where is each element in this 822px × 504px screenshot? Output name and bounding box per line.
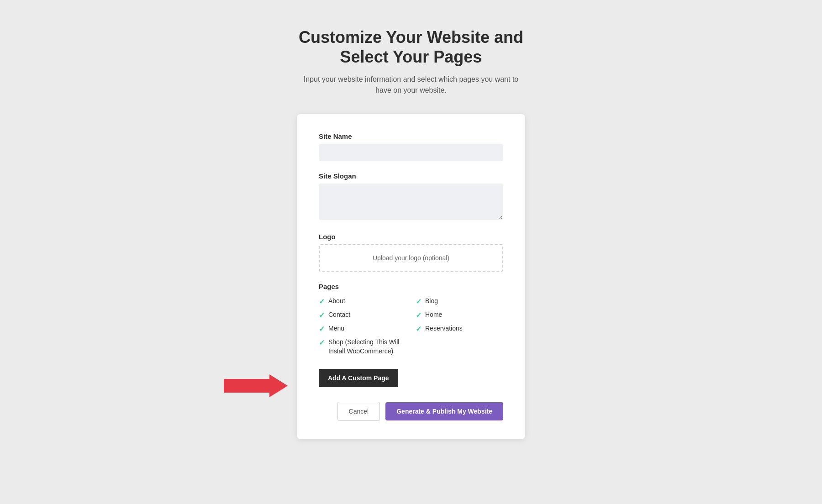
pages-section: Pages ✓ About ✓ Blog ✓ Contact ✓ Home ✓: [319, 283, 503, 356]
check-icon-menu: ✓: [319, 325, 325, 333]
site-slogan-label: Site Slogan: [319, 172, 503, 180]
logo-upload-area[interactable]: Upload your logo (optional): [319, 244, 503, 272]
publish-button[interactable]: Generate & Publish My Website: [385, 402, 503, 420]
cancel-button[interactable]: Cancel: [337, 402, 380, 421]
page-label-about: About: [328, 297, 345, 306]
page-label-contact: Contact: [328, 310, 350, 320]
pages-label: Pages: [319, 283, 503, 290]
page-item-shop[interactable]: ✓ Shop (Selecting This Will Install WooC…: [319, 338, 406, 356]
page-item-reservations[interactable]: ✓ Reservations: [416, 324, 503, 333]
logo-field-group: Logo Upload your logo (optional): [319, 233, 503, 272]
page-header: Customize Your Website and Select Your P…: [299, 27, 523, 96]
page-label-blog: Blog: [425, 297, 438, 306]
site-slogan-field-group: Site Slogan: [319, 172, 503, 222]
page-item-menu[interactable]: ✓ Menu: [319, 324, 406, 333]
check-icon-about: ✓: [319, 297, 325, 306]
site-name-label: Site Name: [319, 132, 503, 140]
check-icon-home: ✓: [416, 311, 422, 320]
page-label-reservations: Reservations: [425, 324, 463, 333]
form-actions: Cancel Generate & Publish My Website: [319, 402, 503, 421]
svg-marker-0: [224, 374, 288, 397]
site-slogan-input[interactable]: [319, 184, 503, 220]
check-icon-reservations: ✓: [416, 325, 422, 333]
add-custom-page-button[interactable]: Add A Custom Page: [319, 369, 398, 387]
page-label-shop: Shop (Selecting This Will Install WooCom…: [328, 338, 406, 356]
check-icon-contact: ✓: [319, 311, 325, 320]
page-item-about[interactable]: ✓ About: [319, 297, 406, 306]
page-title: Customize Your Website and Select Your P…: [299, 27, 523, 67]
site-name-field-group: Site Name: [319, 132, 503, 161]
site-name-input[interactable]: [319, 144, 503, 161]
check-icon-blog: ✓: [416, 297, 422, 306]
page-subtitle: Input your website information and selec…: [301, 74, 521, 96]
form-card: Site Name Site Slogan Logo Upload your l…: [297, 114, 525, 439]
pages-grid: ✓ About ✓ Blog ✓ Contact ✓ Home ✓ Menu: [319, 297, 503, 356]
arrow-annotation: [224, 374, 288, 399]
logo-upload-text: Upload your logo (optional): [373, 254, 449, 262]
page-label-home: Home: [425, 310, 442, 320]
logo-label: Logo: [319, 233, 503, 241]
page-item-home[interactable]: ✓ Home: [416, 310, 503, 320]
page-label-menu: Menu: [328, 324, 344, 333]
page-item-blog[interactable]: ✓ Blog: [416, 297, 503, 306]
check-icon-shop: ✓: [319, 338, 325, 347]
page-item-contact[interactable]: ✓ Contact: [319, 310, 406, 320]
